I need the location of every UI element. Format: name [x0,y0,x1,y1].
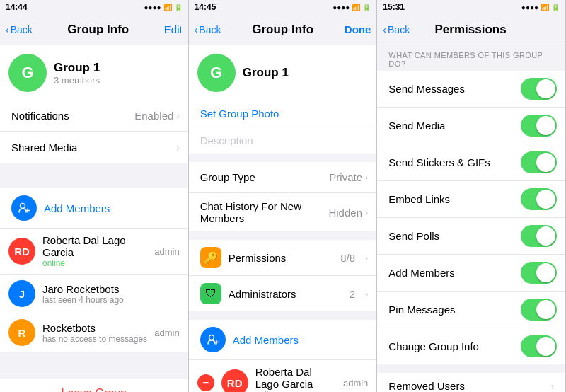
perm-row-0[interactable]: Send Messages [377,71,565,108]
time-2: 14:45 [195,2,216,12]
p2-member-info-0: Roberta Dal Lago Garcia online [255,366,336,392]
edit-button[interactable]: Edit [164,23,183,35]
back-button-1[interactable]: ‹ Back [6,24,33,35]
p2-member-role-0: admin [343,378,368,388]
status-icons-3: ●●●● 📶 🔋 [521,4,560,11]
group-members-count-1: 3 members [54,75,100,86]
perm-toggle-7[interactable] [521,335,557,357]
removed-users-row[interactable]: Removed Users › [377,373,565,392]
profile-section-2: G Group 1 [189,45,377,100]
description-field[interactable]: Description [189,127,377,154]
group-avatar-1: G [8,54,47,92]
signal-icon: ●●●● [144,4,161,11]
p2-member-row-0: − RD Roberta Dal Lago Garcia online admi… [189,360,377,392]
nav-title-1: Group Info [33,23,164,37]
done-button[interactable]: Done [345,23,371,35]
panel-group-info-1: 14:44 ●●●● 📶 🔋 ‹ Back Group Info Edit G … [0,0,189,392]
permissions-chevron: › [365,253,368,263]
wifi-icon: 📶 [163,4,172,11]
chat-history-row[interactable]: Chat History For New Members Hidden › [189,193,377,231]
perm-label-1: Send Media [388,120,521,132]
perm-row-4[interactable]: Send Polls [377,218,565,255]
nav-bar-3: ‹ Back Permissions [377,14,565,45]
section-gap-6 [377,364,565,373]
svg-point-3 [209,335,214,340]
permissions-row[interactable]: 🔑 Permissions 8/8 › [189,240,377,276]
perm-row-1[interactable]: Send Media [377,108,565,144]
shared-media-row[interactable]: Shared Media › [0,132,188,163]
profile-info-1: Group 1 3 members [54,61,100,86]
content-3: WHAT CAN MEMBERS OF THIS GROUP DO? Send … [377,45,565,392]
member-role-2: admin [154,328,179,338]
back-button-2[interactable]: ‹ Back [195,24,221,35]
add-members-button-1[interactable]: Add Members [0,188,188,229]
notifications-row[interactable]: Notifications Enabled › [0,100,188,132]
perm-label-4: Send Polls [388,230,521,242]
nav-bar-2: ‹ Back Group Info Done [189,14,377,45]
member-status-1: last seen 4 hours ago [42,295,173,305]
profile-section-1: G Group 1 3 members [0,45,188,100]
status-icons-2: ●●●● 📶 🔋 [333,4,371,11]
section-gap-5 [189,311,377,320]
perm-label-7: Change Group Info [388,340,521,352]
time-1: 14:44 [6,2,28,12]
perm-toggle-0[interactable] [521,78,557,100]
section-gap-4 [189,231,377,240]
removed-users-label: Removed Users [388,380,548,392]
member-info-0: Roberta Dal Lago Garcia online [42,234,147,268]
group-name-1: Group 1 [54,61,100,75]
add-members-button-2[interactable]: Add Members [189,320,377,360]
perm-toggle-6[interactable] [521,299,557,321]
battery-icon: 🔋 [174,4,183,11]
chevron-left-icon-2: ‹ [195,24,198,35]
time-3: 15:31 [383,2,405,12]
p2-member-avatar-0: RD [221,369,248,392]
add-members-icon-2 [200,327,226,352]
perm-toggle-5[interactable] [521,262,557,284]
chevron-left-icon-3: ‹ [383,24,386,35]
set-group-photo-button[interactable]: Set Group Photo [189,100,377,127]
perm-row-7[interactable]: Change Group Info [377,328,565,364]
administrators-row[interactable]: 🛡 Administrators 2 › [189,276,377,311]
perm-label-5: Add Members [388,267,521,279]
member-avatar-1: J [8,280,35,307]
signal-icon-3: ●●●● [521,4,538,11]
photo-description-section: Set Group Photo Description [189,100,377,154]
removed-users-chevron: › [551,381,554,391]
member-info-1: Jaro Rocketbots last seen 4 hours ago [42,283,173,305]
status-bar-3: 15:31 ●●●● 📶 🔋 [377,0,565,14]
group-avatar-2: G [197,54,236,92]
perm-toggle-4[interactable] [521,225,557,247]
chat-history-value: Hidden [328,207,362,219]
permissions-section-header: WHAT CAN MEMBERS OF THIS GROUP DO? [377,45,565,71]
member-name-0: Roberta Dal Lago Garcia [42,234,147,258]
group-type-row[interactable]: Group Type Private › [189,162,377,193]
section-gap-1 [0,163,188,188]
permissions-icon: 🔑 [200,247,221,268]
content-2: G Group 1 Set Group Photo Description Gr… [189,45,377,392]
back-button-3[interactable]: ‹ Back [383,24,410,35]
notifications-label: Notifications [11,110,134,122]
members-list-2: Add Members − RD Roberta Dal Lago Garcia… [189,320,377,392]
battery-icon-2: 🔋 [362,4,371,11]
members-list-1: Add Members RD Roberta Dal Lago Garcia o… [0,188,188,352]
add-members-label-2: Add Members [233,334,299,346]
member-avatar-2: R [8,319,35,346]
add-members-label-1: Add Members [44,202,110,214]
perm-row-6[interactable]: Pin Messages [377,292,565,328]
group-type-label: Group Type [200,171,330,183]
leave-group-button[interactable]: Leave Group [0,379,188,392]
perm-row-5[interactable]: Add Members [377,255,565,292]
member-row-2: R Rocketbots has no access to messages a… [0,313,188,352]
group-name-2: Group 1 [243,66,289,80]
chevron-left-icon: ‹ [6,24,9,35]
group-settings-section: Group Type Private › Chat History For Ne… [189,162,377,231]
perm-row-3[interactable]: Embed Links [377,181,565,218]
perm-toggle-2[interactable] [521,151,557,173]
remove-member-0[interactable]: − [197,374,214,391]
perm-toggle-3[interactable] [521,188,557,210]
perm-row-2[interactable]: Send Stickers & GIFs [377,144,565,181]
nav-title-3: Permissions [410,23,531,37]
wifi-icon-2: 📶 [352,4,360,11]
perm-toggle-1[interactable] [521,115,557,137]
